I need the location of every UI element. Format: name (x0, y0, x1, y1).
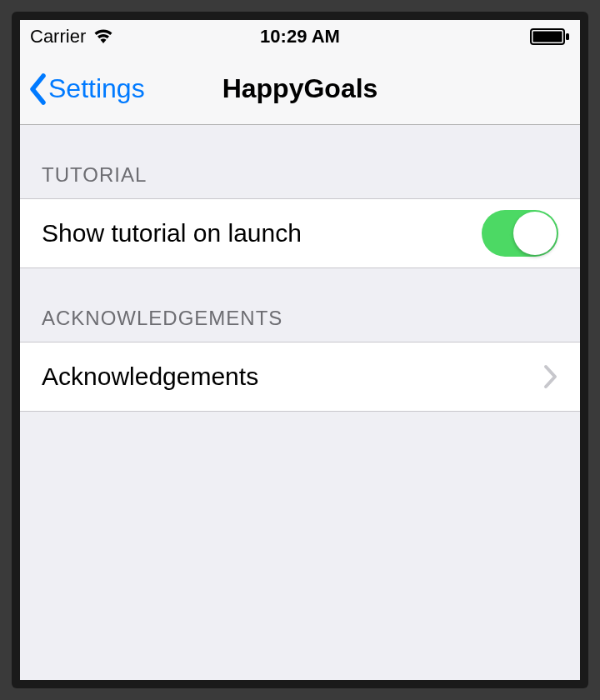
nav-title: HappyGoals (222, 73, 378, 104)
acknowledgements-label: Acknowledgements (42, 362, 258, 391)
status-bar: Carrier 10:29 AM (20, 20, 580, 53)
chevron-right-icon (543, 364, 558, 389)
svg-rect-2 (566, 33, 569, 40)
show-tutorial-toggle[interactable] (482, 210, 558, 257)
status-right (530, 28, 570, 45)
acknowledgements-section: ACKNOWLEDGEMENTS Acknowledgements (20, 307, 580, 412)
back-label: Settings (48, 73, 145, 104)
device-inner: Carrier 10:29 AM (12, 12, 588, 688)
tutorial-header: TUTORIAL (20, 163, 580, 198)
toggle-knob (513, 212, 557, 255)
show-tutorial-cell: Show tutorial on launch (20, 198, 580, 268)
nav-bar: Settings HappyGoals (20, 53, 580, 125)
screen: Carrier 10:29 AM (20, 20, 580, 680)
acknowledgements-header: ACKNOWLEDGEMENTS (20, 307, 580, 342)
battery-icon (530, 28, 570, 45)
tutorial-section: TUTORIAL Show tutorial on launch (20, 163, 580, 268)
status-time: 10:29 AM (260, 26, 340, 48)
show-tutorial-label: Show tutorial on launch (42, 219, 302, 248)
status-left: Carrier (30, 26, 114, 48)
carrier-label: Carrier (30, 26, 86, 48)
device-frame: Carrier 10:29 AM (0, 0, 600, 700)
wifi-icon (92, 28, 114, 45)
chevron-left-icon (28, 73, 47, 105)
back-button[interactable]: Settings (28, 73, 145, 105)
svg-rect-1 (533, 32, 562, 42)
acknowledgements-cell[interactable]: Acknowledgements (20, 342, 580, 412)
